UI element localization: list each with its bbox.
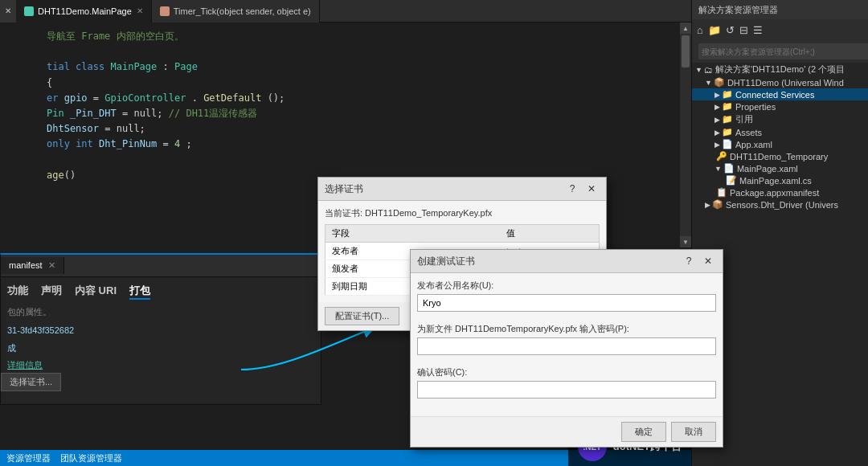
tree-item-dht11demo[interactable]: ▼ 📦 DHT11Demo (Universal Wind [692,76,868,88]
bottom-tab-resource[interactable]: 资源管理器 [6,452,51,464]
toolbar-btn-home[interactable]: ⌂ [695,24,705,36]
dialog-close-button[interactable]: ✕ [583,181,600,197]
create-cert-dialog-title: 创建测试证书 [417,255,475,268]
cert-table-field-header: 字段 [326,225,501,243]
manifest-tab-bar: manifest ✕ [1,255,321,277]
publisher-input[interactable] [417,294,716,312]
bottom-tab-team[interactable]: 团队资源管理器 [60,452,122,464]
cert-table-value-header: 值 [500,225,599,243]
manifest-nav: 功能 声明 内容 URI 打包 [7,284,314,300]
dialog-help-button[interactable]: ? [564,181,580,197]
toolbar-btn-folder[interactable]: 📁 [706,24,723,36]
tab-timer-tick[interactable]: Timer_Tick(object sender, object e) [152,0,320,22]
tree-item-sensors[interactable]: ▶ 📦 Sensors.Dht_Driver (Univers [692,198,868,211]
tab-close-x[interactable]: ✕ [0,0,16,22]
manifest-panel: manifest ✕ 功能 声明 内容 URI 打包 包的属性。 31-3fd4… [0,253,321,405]
code-content: 导航至 Frame 内部的空白页。 tial class MainPage : … [0,22,691,190]
chevron-right-icon: ▶ [714,116,720,124]
manifest-nav-package[interactable]: 打包 [129,284,150,300]
tree-item-solution[interactable]: ▼ 🗂 解决方案'DHT11Demo' (2 个项目 [692,63,868,76]
toolbar-btn-properties[interactable]: ☰ [751,24,764,36]
chevron-down-icon: ▼ [695,66,702,74]
confirm-password-input[interactable] [417,381,716,399]
manifest-nav-uri[interactable]: 内容 URI [75,284,117,300]
manifest-desc: 包的属性。 [7,306,314,318]
manifest-package-id-value: 31-3fd43f352682 [7,325,74,335]
select-cert-dialog-titlebar: 选择证书 ? ✕ [318,178,606,201]
vertical-scrollbar[interactable]: ▲ ▼ [680,22,691,247]
create-cert-dialog: 创建测试证书 ? ✕ 发布者公用名称(U): 为新文件 DHT11DemoTem… [410,249,723,448]
code-line: only int Dht_PinNum = 4 ; [0,137,691,152]
code-line: 导航至 Frame 内部的空白页。 [0,29,691,44]
tree-item-temp-key[interactable]: 🔑 DHT11Demo_Temporary [692,150,868,162]
chevron-right-icon: ▶ [714,129,720,137]
tab-bar: ✕ DHT11Demo.MainPage ✕ Timer_Tick(object… [0,0,691,22]
right-toolbar: ⌂ 📁 ↺ ⊟ ☰ [692,19,868,40]
publisher-field-group: 发布者公用名称(U): [417,280,716,317]
tree-item-app-xaml[interactable]: ▶ 📄 App.xaml [692,138,868,150]
code-line: tial class MainPage : Page [0,59,691,75]
event-icon [160,6,170,16]
password-input[interactable] [417,337,716,355]
tree-item-properties[interactable]: ▶ 📁 Properties [692,100,868,112]
scroll-thumb[interactable] [682,35,690,67]
code-line: DhtSensor = null; [0,121,691,137]
cancel-button[interactable]: 取消 [671,422,716,442]
dialog-title-actions: ? ✕ [564,181,600,197]
cs-icon: 📝 [726,175,737,186]
manifest-detail-link[interactable]: 详细信息 [7,360,43,370]
solution-explorer-header: 解决方案资源管理器 [692,0,868,19]
manifest-tab-item[interactable]: manifest ✕ [1,257,64,274]
tree-item-mainpage-cs[interactable]: 📝 MainPage.xaml.cs [692,174,868,186]
project-icon: 📦 [714,77,725,88]
confirm-password-field-group: 确认密码(C): [417,366,716,403]
scroll-up[interactable]: ▲ [680,22,691,34]
tab-main-close[interactable]: ✕ [137,6,143,15]
manifest-content: 功能 声明 内容 URI 打包 包的属性。 31-3fd43f352682 成 … [1,277,321,404]
current-cert-label: 当前证书: DHT11Demo_TemporaryKey.pfx [325,207,600,219]
create-cert-help-button[interactable]: ? [681,253,697,269]
chevron-right-icon: ▶ [714,91,720,99]
manifest-nav-feature[interactable]: 功能 [7,284,28,300]
file-icon: 🔑 [716,151,727,161]
manifest-tab-close-icon[interactable]: ✕ [48,260,55,270]
configure-cert-button[interactable]: 配置证书(T)... [325,307,399,325]
solution-icon: 🗂 [704,65,713,75]
solution-explorer-title: 解决方案资源管理器 [698,4,778,16]
manifest-nav-declare[interactable]: 声明 [41,284,62,300]
manifest-status-value: 成 [7,343,16,353]
chevron-right-icon: ▶ [714,141,720,149]
folder-icon: 📁 [722,101,733,112]
tree-item-connected-services[interactable]: ▶ 📁 Connected Services [692,88,868,100]
scroll-down[interactable]: ▼ [680,236,691,247]
folder-icon: 📁 [722,114,733,125]
folder-icon: 📁 [722,89,733,100]
create-cert-title-actions: ? ✕ [681,253,716,269]
chevron-right-icon: ▶ [705,201,710,209]
code-line: Pin _Pin_DHT = null; // DH11温湿传感器 [0,106,691,121]
tree-item-references[interactable]: ▶ 📁 引用 [692,112,868,126]
tree-item-manifest[interactable]: 📋 Package.appxmanifest [692,186,868,198]
select-cert-button[interactable]: 选择证书... [1,373,61,391]
manifest-icon: 📋 [716,187,727,198]
password-label: 为新文件 DHT11DemoTemporaryKey.pfx 输入密码(P): [417,323,716,335]
manifest-package-id: 31-3fd43f352682 [7,325,314,336]
code-line [0,153,691,168]
tab-main-page[interactable]: DHT11Demo.MainPage ✕ [16,0,152,22]
code-line: er gpio = GpioController . GetDefault ()… [0,91,691,106]
toolbar-btn-refresh[interactable]: ↺ [724,24,736,36]
tree-item-mainpage-xaml[interactable]: ▼ 📄 MainPage.xaml [692,162,868,174]
chevron-right-icon: ▶ [714,103,720,111]
manifest-detail: 详细信息 [7,359,314,371]
manifest-status: 成 [7,342,314,354]
create-cert-close-button[interactable]: ✕ [700,253,716,269]
chevron-down-icon: ▼ [714,165,722,173]
select-cert-dialog-title: 选择证书 [325,182,363,196]
code-line: { [0,76,691,91]
toolbar-btn-collapse[interactable]: ⊟ [738,24,750,36]
solution-search-input[interactable] [698,43,868,59]
confirm-password-label: 确认密码(C): [417,366,716,378]
ok-button[interactable]: 确定 [621,422,666,442]
code-line [0,44,691,59]
tree-item-assets[interactable]: ▶ 📁 Assets [692,126,868,138]
